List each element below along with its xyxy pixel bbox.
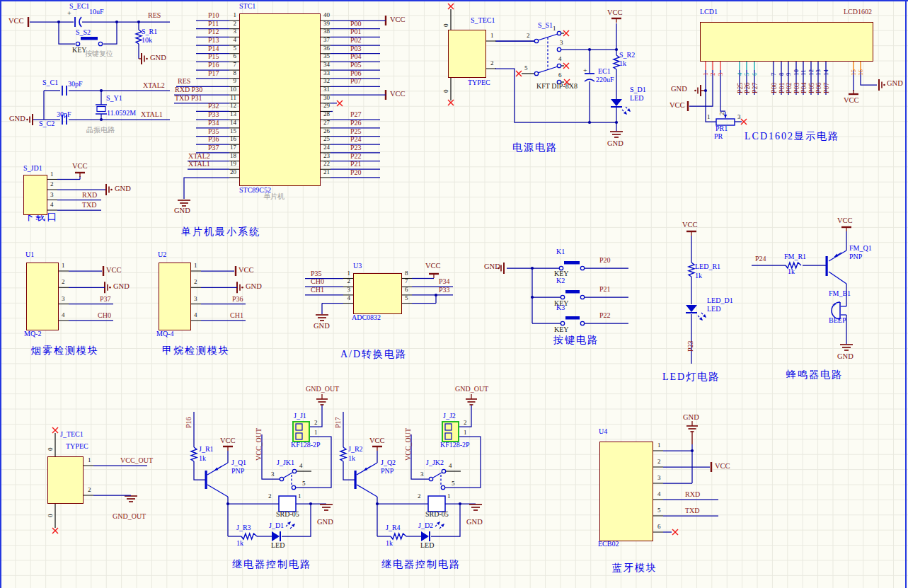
designator-label: LED — [630, 95, 643, 103]
ic-pin-number: 6 — [752, 73, 758, 76]
net-label: P12 — [208, 28, 219, 36]
circuit-title: 烟雾检测模块 — [31, 346, 99, 357]
schematic-sheet: STC1STC89C52P1.01P10P1.12P11P1.23P12P1.3… — [0, 0, 908, 588]
typec-out-jtec1[interactable] — [47, 456, 84, 504]
ic-pin-number: 16 — [230, 136, 236, 142]
ic-pin-number: 3 — [50, 192, 54, 198]
junction-dot — [100, 89, 103, 92]
power-label: GND — [317, 518, 333, 526]
ic-pin-number: 8 — [405, 270, 408, 277]
component-designator: U4 — [599, 428, 607, 436]
junction-dot — [531, 267, 534, 270]
net-label: P17 — [335, 417, 343, 428]
designator-label: J_R4 — [386, 524, 401, 532]
power-label: VCC — [844, 96, 859, 104]
junction-dot — [588, 48, 591, 51]
ic-pin-number: 1 — [62, 263, 65, 269]
adc0832[interactable] — [353, 273, 402, 314]
net-label: XTAL2 — [188, 153, 210, 161]
ic-pin-number: 9 — [234, 78, 237, 84]
net-label: XTAL2 — [143, 82, 165, 90]
ic-pin-number: 22 — [323, 161, 330, 167]
net-label: P27 — [350, 111, 362, 119]
ic-pin-number: 4 — [347, 295, 351, 301]
ic-pin-number: 26 — [323, 128, 330, 134]
component-designator: U3 — [353, 263, 362, 270]
net-label: P26 — [744, 82, 752, 93]
switch-contact — [292, 469, 296, 473]
net-label: P03 — [350, 45, 362, 53]
designator-label: S_S1 — [538, 22, 553, 30]
ic-pin-number: 3 — [657, 475, 661, 481]
designator-label: KF128-2P — [440, 442, 470, 449]
pin-number: 3 — [271, 471, 275, 478]
circuit-title: LED灯电路 — [662, 372, 720, 383]
designator-label: 30pF — [57, 111, 71, 119]
designator-label: LED_D1 — [707, 297, 733, 305]
component-value: ECB02 — [598, 541, 619, 548]
net-label: RXD — [82, 192, 97, 200]
ic-pin-number: 5 — [405, 295, 408, 301]
net-label: RES — [148, 12, 161, 20]
pin-number: 4 — [558, 56, 562, 62]
ic-pin-number: 21 — [323, 169, 330, 175]
wire — [343, 461, 355, 480]
junction-dot — [226, 502, 229, 505]
ic-pin-number: 37 — [323, 37, 330, 43]
arrow-head — [437, 521, 440, 525]
net-label: P06 — [350, 70, 362, 78]
relay-coil-symbol — [428, 496, 445, 512]
switch-contact — [441, 485, 444, 489]
pin-number: 0 — [443, 24, 449, 28]
net-label: TXD — [82, 202, 97, 209]
ic-pin-number: 1 — [88, 457, 91, 463]
pin-number: 6 — [558, 72, 562, 79]
power-label: VCC — [425, 262, 441, 270]
net-label: CH1 — [230, 312, 243, 320]
net-label: P23 — [350, 144, 362, 152]
text-label: SRD-05 — [425, 511, 449, 519]
net-label: P02 — [350, 37, 362, 45]
net-label: P32 — [208, 103, 219, 110]
ic-pin-number: 2 — [490, 60, 494, 67]
net-label: P07 — [350, 78, 362, 86]
junction-dot — [376, 502, 379, 505]
designator-label: FM_Q1 — [849, 245, 872, 253]
ic-pin-number: 2 — [234, 21, 237, 27]
mcu-stc89c52[interactable] — [239, 13, 321, 186]
bluetooth-ecb02[interactable] — [599, 442, 653, 541]
pin-number: 2 — [527, 33, 530, 39]
ic-pin-number: 2 — [194, 279, 197, 285]
power-label: GND — [150, 54, 166, 62]
designator-label: PNP — [849, 253, 862, 261]
wire — [103, 22, 117, 44]
typec-power-stec1[interactable] — [448, 30, 486, 78]
net-label: P22 — [350, 153, 362, 161]
net-label: P23 — [687, 340, 695, 352]
ic-pin-number: 7 — [771, 73, 777, 76]
download-header-sjd1[interactable] — [23, 175, 47, 215]
led-diode-symbol — [272, 531, 280, 541]
wire — [207, 485, 228, 497]
pin-number: 0 — [47, 448, 54, 451]
net-label: TXD P31 — [175, 95, 202, 103]
lcd1602[interactable] — [700, 22, 873, 62]
ic-pin-number: 1 — [657, 442, 661, 449]
switch-contact — [580, 321, 584, 325]
ic-pin-number: 6 — [657, 524, 661, 530]
mq2-smoke-sensor[interactable] — [26, 263, 59, 330]
net-label: P34 — [439, 278, 450, 286]
pin-number: 1 — [464, 430, 467, 436]
designator-label: S_EC1 — [69, 3, 89, 11]
designator-label: PR — [714, 133, 723, 141]
comment-label: 按键复位 — [85, 50, 113, 58]
net-label: P15 — [208, 53, 219, 61]
switch-contact — [557, 31, 561, 35]
pin-number: 2 — [268, 493, 272, 500]
net-label: XTAL1 — [141, 111, 163, 119]
net-label: P05 — [350, 62, 362, 69]
power-label: VCC — [390, 90, 406, 98]
junction-dot — [459, 502, 461, 505]
mq4-methane-sensor[interactable] — [159, 263, 191, 330]
power-label: GND — [9, 115, 25, 122]
